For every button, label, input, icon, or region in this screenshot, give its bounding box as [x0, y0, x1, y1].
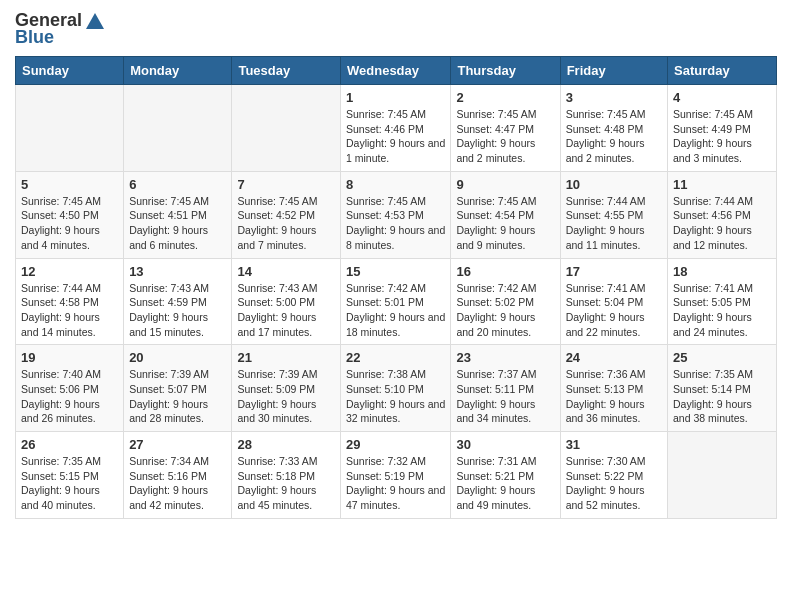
day-number: 20 — [129, 350, 226, 365]
weekday-header-tuesday: Tuesday — [232, 57, 341, 85]
calendar-cell: 26Sunrise: 7:35 AM Sunset: 5:15 PM Dayli… — [16, 432, 124, 519]
calendar-week-3: 12Sunrise: 7:44 AM Sunset: 4:58 PM Dayli… — [16, 258, 777, 345]
weekday-header-monday: Monday — [124, 57, 232, 85]
day-number: 23 — [456, 350, 554, 365]
calendar-cell: 12Sunrise: 7:44 AM Sunset: 4:58 PM Dayli… — [16, 258, 124, 345]
day-number: 6 — [129, 177, 226, 192]
calendar-header-row: SundayMondayTuesdayWednesdayThursdayFrid… — [16, 57, 777, 85]
calendar-cell: 1Sunrise: 7:45 AM Sunset: 4:46 PM Daylig… — [341, 85, 451, 172]
day-info: Sunrise: 7:44 AM Sunset: 4:55 PM Dayligh… — [566, 194, 662, 253]
day-info: Sunrise: 7:44 AM Sunset: 4:58 PM Dayligh… — [21, 281, 118, 340]
calendar-cell: 3Sunrise: 7:45 AM Sunset: 4:48 PM Daylig… — [560, 85, 667, 172]
day-info: Sunrise: 7:42 AM Sunset: 5:02 PM Dayligh… — [456, 281, 554, 340]
day-info: Sunrise: 7:39 AM Sunset: 5:07 PM Dayligh… — [129, 367, 226, 426]
weekday-header-sunday: Sunday — [16, 57, 124, 85]
calendar-week-1: 1Sunrise: 7:45 AM Sunset: 4:46 PM Daylig… — [16, 85, 777, 172]
day-number: 16 — [456, 264, 554, 279]
calendar-cell: 8Sunrise: 7:45 AM Sunset: 4:53 PM Daylig… — [341, 171, 451, 258]
day-info: Sunrise: 7:38 AM Sunset: 5:10 PM Dayligh… — [346, 367, 445, 426]
calendar-cell: 2Sunrise: 7:45 AM Sunset: 4:47 PM Daylig… — [451, 85, 560, 172]
day-info: Sunrise: 7:41 AM Sunset: 5:04 PM Dayligh… — [566, 281, 662, 340]
calendar-cell: 5Sunrise: 7:45 AM Sunset: 4:50 PM Daylig… — [16, 171, 124, 258]
day-info: Sunrise: 7:45 AM Sunset: 4:48 PM Dayligh… — [566, 107, 662, 166]
page-container: General Blue SundayMondayTuesdayWednesda… — [0, 0, 792, 534]
day-info: Sunrise: 7:45 AM Sunset: 4:47 PM Dayligh… — [456, 107, 554, 166]
day-info: Sunrise: 7:31 AM Sunset: 5:21 PM Dayligh… — [456, 454, 554, 513]
calendar-cell: 16Sunrise: 7:42 AM Sunset: 5:02 PM Dayli… — [451, 258, 560, 345]
calendar-week-5: 26Sunrise: 7:35 AM Sunset: 5:15 PM Dayli… — [16, 432, 777, 519]
calendar-cell — [124, 85, 232, 172]
day-number: 17 — [566, 264, 662, 279]
calendar-cell: 11Sunrise: 7:44 AM Sunset: 4:56 PM Dayli… — [668, 171, 777, 258]
day-number: 7 — [237, 177, 335, 192]
logo: General Blue — [15, 10, 106, 48]
day-number: 14 — [237, 264, 335, 279]
logo-blue-text: Blue — [15, 27, 54, 48]
calendar-week-4: 19Sunrise: 7:40 AM Sunset: 5:06 PM Dayli… — [16, 345, 777, 432]
day-info: Sunrise: 7:45 AM Sunset: 4:51 PM Dayligh… — [129, 194, 226, 253]
day-number: 22 — [346, 350, 445, 365]
day-info: Sunrise: 7:37 AM Sunset: 5:11 PM Dayligh… — [456, 367, 554, 426]
day-info: Sunrise: 7:30 AM Sunset: 5:22 PM Dayligh… — [566, 454, 662, 513]
calendar-cell: 18Sunrise: 7:41 AM Sunset: 5:05 PM Dayli… — [668, 258, 777, 345]
day-info: Sunrise: 7:45 AM Sunset: 4:50 PM Dayligh… — [21, 194, 118, 253]
day-number: 2 — [456, 90, 554, 105]
day-number: 12 — [21, 264, 118, 279]
weekday-header-wednesday: Wednesday — [341, 57, 451, 85]
day-number: 1 — [346, 90, 445, 105]
day-number: 3 — [566, 90, 662, 105]
day-number: 29 — [346, 437, 445, 452]
calendar-cell: 21Sunrise: 7:39 AM Sunset: 5:09 PM Dayli… — [232, 345, 341, 432]
calendar-cell: 7Sunrise: 7:45 AM Sunset: 4:52 PM Daylig… — [232, 171, 341, 258]
day-number: 5 — [21, 177, 118, 192]
calendar-cell: 20Sunrise: 7:39 AM Sunset: 5:07 PM Dayli… — [124, 345, 232, 432]
calendar-cell: 19Sunrise: 7:40 AM Sunset: 5:06 PM Dayli… — [16, 345, 124, 432]
calendar-cell: 28Sunrise: 7:33 AM Sunset: 5:18 PM Dayli… — [232, 432, 341, 519]
day-info: Sunrise: 7:33 AM Sunset: 5:18 PM Dayligh… — [237, 454, 335, 513]
day-info: Sunrise: 7:35 AM Sunset: 5:15 PM Dayligh… — [21, 454, 118, 513]
day-info: Sunrise: 7:43 AM Sunset: 5:00 PM Dayligh… — [237, 281, 335, 340]
day-number: 25 — [673, 350, 771, 365]
calendar-cell: 10Sunrise: 7:44 AM Sunset: 4:55 PM Dayli… — [560, 171, 667, 258]
day-number: 10 — [566, 177, 662, 192]
day-number: 27 — [129, 437, 226, 452]
day-info: Sunrise: 7:35 AM Sunset: 5:14 PM Dayligh… — [673, 367, 771, 426]
day-info: Sunrise: 7:32 AM Sunset: 5:19 PM Dayligh… — [346, 454, 445, 513]
calendar-cell: 25Sunrise: 7:35 AM Sunset: 5:14 PM Dayli… — [668, 345, 777, 432]
calendar-cell: 14Sunrise: 7:43 AM Sunset: 5:00 PM Dayli… — [232, 258, 341, 345]
calendar-cell: 27Sunrise: 7:34 AM Sunset: 5:16 PM Dayli… — [124, 432, 232, 519]
calendar-cell — [668, 432, 777, 519]
day-info: Sunrise: 7:34 AM Sunset: 5:16 PM Dayligh… — [129, 454, 226, 513]
weekday-header-saturday: Saturday — [668, 57, 777, 85]
calendar-cell: 17Sunrise: 7:41 AM Sunset: 5:04 PM Dayli… — [560, 258, 667, 345]
day-info: Sunrise: 7:45 AM Sunset: 4:46 PM Dayligh… — [346, 107, 445, 166]
calendar-cell: 4Sunrise: 7:45 AM Sunset: 4:49 PM Daylig… — [668, 85, 777, 172]
calendar-table: SundayMondayTuesdayWednesdayThursdayFrid… — [15, 56, 777, 519]
day-number: 13 — [129, 264, 226, 279]
calendar-cell: 31Sunrise: 7:30 AM Sunset: 5:22 PM Dayli… — [560, 432, 667, 519]
day-info: Sunrise: 7:36 AM Sunset: 5:13 PM Dayligh… — [566, 367, 662, 426]
day-number: 26 — [21, 437, 118, 452]
logo-icon — [84, 11, 106, 31]
header: General Blue — [15, 10, 777, 48]
day-number: 28 — [237, 437, 335, 452]
day-number: 8 — [346, 177, 445, 192]
day-number: 9 — [456, 177, 554, 192]
day-info: Sunrise: 7:44 AM Sunset: 4:56 PM Dayligh… — [673, 194, 771, 253]
calendar-cell: 13Sunrise: 7:43 AM Sunset: 4:59 PM Dayli… — [124, 258, 232, 345]
calendar-cell: 9Sunrise: 7:45 AM Sunset: 4:54 PM Daylig… — [451, 171, 560, 258]
day-info: Sunrise: 7:42 AM Sunset: 5:01 PM Dayligh… — [346, 281, 445, 340]
day-info: Sunrise: 7:45 AM Sunset: 4:49 PM Dayligh… — [673, 107, 771, 166]
day-info: Sunrise: 7:40 AM Sunset: 5:06 PM Dayligh… — [21, 367, 118, 426]
day-number: 11 — [673, 177, 771, 192]
calendar-cell: 24Sunrise: 7:36 AM Sunset: 5:13 PM Dayli… — [560, 345, 667, 432]
calendar-cell — [16, 85, 124, 172]
day-number: 31 — [566, 437, 662, 452]
day-number: 30 — [456, 437, 554, 452]
day-info: Sunrise: 7:39 AM Sunset: 5:09 PM Dayligh… — [237, 367, 335, 426]
weekday-header-thursday: Thursday — [451, 57, 560, 85]
day-number: 19 — [21, 350, 118, 365]
calendar-cell: 30Sunrise: 7:31 AM Sunset: 5:21 PM Dayli… — [451, 432, 560, 519]
day-info: Sunrise: 7:45 AM Sunset: 4:54 PM Dayligh… — [456, 194, 554, 253]
calendar-cell: 22Sunrise: 7:38 AM Sunset: 5:10 PM Dayli… — [341, 345, 451, 432]
